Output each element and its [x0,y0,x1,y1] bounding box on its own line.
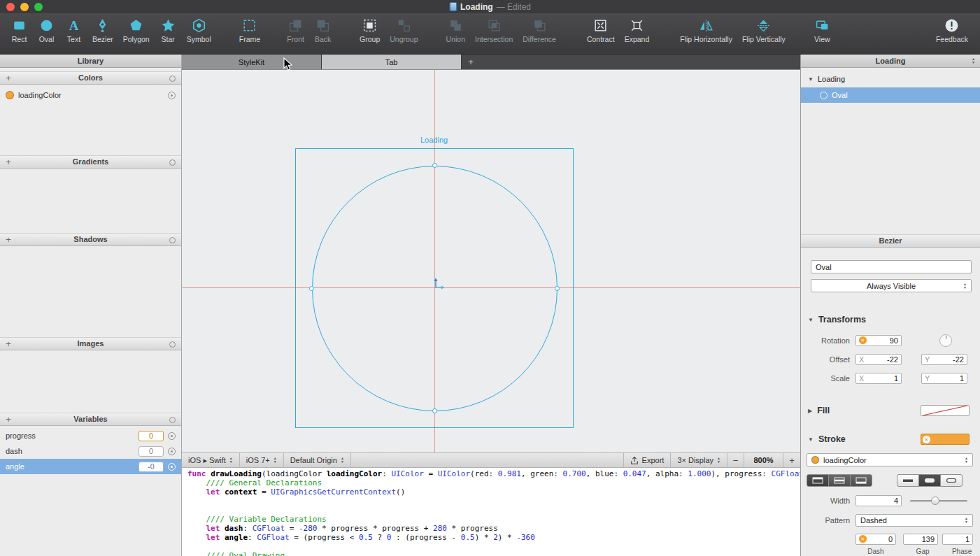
language-dropdown[interactable]: iOS ▸ Swift [182,453,240,467]
minimize-button[interactable] [20,3,29,11]
dash-field[interactable]: 0 [855,534,896,545]
artboard-label[interactable]: Loading [420,136,448,144]
offset-y-field[interactable]: Y -22 [921,354,967,365]
display-scale-dropdown[interactable]: 3× Display [671,453,727,467]
gap-field[interactable]: 139 [903,534,938,545]
slider-knob[interactable] [931,497,939,505]
fill-swatch[interactable] [921,405,970,416]
shadows-section-circle-icon[interactable] [169,237,176,243]
variable-binding-badge-icon[interactable] [859,535,867,543]
code-editor[interactable]: func drawLoading(loadingColor loadingCol… [182,468,800,556]
variable-value-field[interactable]: 0 [139,446,164,457]
gradients-section-circle-icon[interactable] [169,159,176,166]
pattern-dropdown[interactable]: Dashed [855,514,973,527]
stroke-swatch[interactable] [921,434,970,445]
toolbar-item-star[interactable]: Star [155,17,182,43]
zoom-out-button[interactable]: − [727,453,744,467]
zoom-button[interactable] [34,3,43,11]
disclosure-triangle-icon[interactable] [808,436,814,443]
shadows-section-header[interactable]: Shadows [0,233,181,246]
add-color-icon[interactable] [5,72,12,85]
variable-target-icon[interactable] [168,432,176,440]
toolbar-item-flip-vertically[interactable]: Flip Vertically [737,17,790,43]
shape-name-field[interactable]: Oval [811,260,972,273]
toolbar-item-text[interactable]: A Text [60,17,87,43]
scale-y-field[interactable]: Y 1 [921,373,967,384]
toolbar-item-expand[interactable]: Expand [620,17,655,43]
stroke-position-center-button[interactable] [828,474,851,487]
variable-row-dash[interactable]: dash 0 [0,443,181,459]
colors-section-header[interactable]: Colors [0,71,181,85]
toolbar-item-group[interactable]: Group [355,17,385,43]
variable-target-icon[interactable] [168,463,176,471]
tab-tab[interactable]: Tab [322,55,462,69]
stroke-cap-square-button[interactable] [940,474,963,487]
zoom-in-button[interactable]: + [783,453,800,467]
close-button[interactable] [6,3,15,11]
variable-binding-badge-icon[interactable] [859,336,867,344]
disclosure-triangle-icon[interactable] [808,317,814,323]
platform-dropdown[interactable]: iOS 7+ [240,453,284,467]
stroke-position-outer-button[interactable] [850,474,872,487]
rotation-field[interactable]: 90 [855,335,902,346]
toolbar-item-intersection[interactable]: Intersection [470,17,518,43]
toolbar-item-oval[interactable]: Oval [33,17,60,43]
variable-target-icon[interactable] [168,448,176,455]
scale-x-field[interactable]: X 1 [855,373,902,384]
shape-handle-bottom[interactable] [432,408,437,413]
toolbar-item-ungroup[interactable]: Ungroup [385,17,422,43]
toolbar-item-front[interactable]: Front [282,17,309,43]
toolbar-item-frame[interactable]: Frame [234,17,265,43]
toolbar-item-rect[interactable]: Rect [6,17,33,43]
toolbar-item-flip-horizontally[interactable]: Flip Horizontally [675,17,737,43]
images-section-circle-icon[interactable] [169,341,176,348]
variable-binding-badge-icon[interactable] [923,436,930,443]
disclosure-triangle-icon[interactable] [808,76,814,83]
offset-x-field[interactable]: X -22 [855,354,902,365]
zoom-level[interactable]: 800% [744,453,783,467]
toolbar-item-union[interactable]: Union [441,17,470,43]
variable-value-field[interactable]: 0 [139,431,164,441]
color-target-icon[interactable] [168,92,176,99]
toolbar-item-symbol[interactable]: Symbol [182,17,216,43]
stroke-width-field[interactable]: 4 [855,495,902,506]
transforms-section-header[interactable]: Transforms [801,313,980,327]
add-shadow-icon[interactable] [5,234,12,246]
toolbar-item-feedback[interactable]: Feedback [931,17,973,43]
library-color-row[interactable]: loadingColor [0,87,181,103]
layer-row-loading[interactable]: Loading [801,72,980,86]
shape-handle-left[interactable] [309,286,314,291]
add-tab-button[interactable]: + [462,55,480,69]
disclosure-triangle-icon[interactable] [808,408,812,414]
tab-stylekit[interactable]: StyleKit [182,55,322,69]
toolbar-item-polygon[interactable]: Polygon [118,17,155,43]
add-image-icon[interactable] [5,338,12,350]
stroke-cap-butt-button[interactable] [897,474,919,487]
shape-handle-right[interactable] [555,286,560,291]
origin-dropdown[interactable]: Default Origin [284,453,351,467]
stroke-position-inner-button[interactable] [807,474,829,487]
layer-row-oval-selected[interactable]: Oval [801,87,980,103]
variables-section-header[interactable]: Variables [0,413,181,426]
edited-menu[interactable]: — Edited [497,2,531,12]
width-slider[interactable] [910,495,967,506]
toolbar-item-back[interactable]: Back [309,17,336,43]
shape-handle-top[interactable] [432,163,437,168]
visibility-dropdown[interactable]: Always Visible [811,279,972,292]
gradients-section-header[interactable]: Gradients [0,155,181,169]
colors-section-circle-icon[interactable] [169,76,176,82]
stroke-cap-round-button[interactable] [918,474,941,487]
phase-field[interactable]: 1 [942,534,973,545]
variables-section-circle-icon[interactable] [169,417,176,423]
rotation-dial[interactable] [939,334,952,347]
images-section-header[interactable]: Images [0,337,181,350]
stroke-color-dropdown[interactable]: loadingColor [807,453,973,466]
toolbar-item-difference[interactable]: Difference [518,17,561,43]
panel-switcher-icon[interactable] [972,57,975,64]
toolbar-item-bezier[interactable]: Bezier [87,17,118,43]
add-variable-icon[interactable] [5,413,12,426]
export-button[interactable]: Export [623,453,672,467]
variable-row-angle-selected[interactable]: angle -0 [0,459,181,474]
toolbar-item-view[interactable]: View [809,17,836,43]
add-gradient-icon[interactable] [5,156,12,169]
